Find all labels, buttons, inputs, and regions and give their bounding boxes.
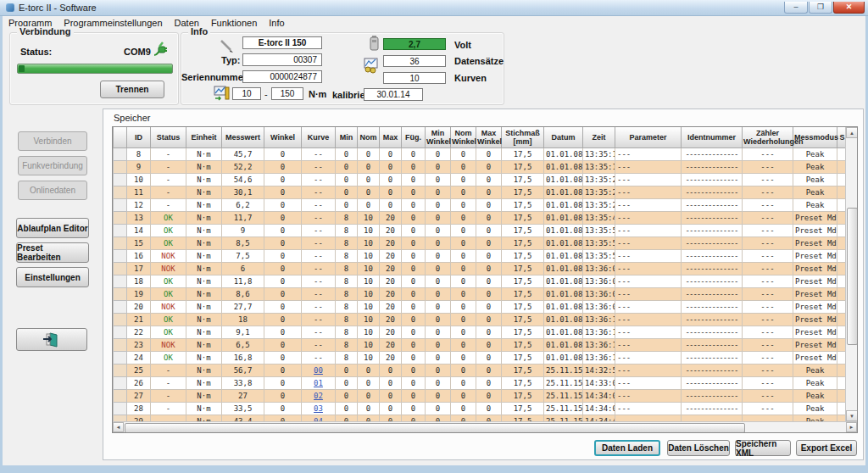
scroll-left-icon[interactable]: ◄ bbox=[113, 422, 124, 432]
exit-button[interactable] bbox=[16, 328, 87, 351]
cell-kurve[interactable]: -- bbox=[302, 212, 336, 225]
cell-messmodus[interactable]: Peak bbox=[793, 364, 837, 377]
cell-messwert[interactable]: 11,7 bbox=[222, 212, 264, 225]
cell-zähler[interactable]: --- bbox=[743, 174, 793, 186]
cell-min[interactable]: 0 bbox=[336, 161, 358, 174]
cell-max[interactable]: 0 bbox=[476, 161, 502, 174]
cell-füg-[interactable]: 0 bbox=[402, 148, 426, 161]
cell-zähler[interactable]: --- bbox=[743, 237, 793, 250]
cell-messwert[interactable]: 30,1 bbox=[222, 186, 264, 199]
cell-datum[interactable]: 01.01.08 bbox=[544, 186, 583, 199]
cell-parameter[interactable]: --- bbox=[615, 263, 682, 275]
cell-parameter[interactable]: --- bbox=[615, 237, 682, 250]
cell-min[interactable]: 0 bbox=[426, 403, 451, 415]
cell-füg-[interactable]: 0 bbox=[402, 288, 426, 301]
row-selector[interactable] bbox=[114, 212, 127, 225]
row-selector[interactable] bbox=[114, 301, 127, 314]
cell-winkel[interactable]: 0 bbox=[264, 288, 302, 301]
cell-nom[interactable]: 10 bbox=[358, 326, 380, 339]
cell-max[interactable]: 0 bbox=[476, 326, 502, 339]
cell-min[interactable]: 8 bbox=[336, 352, 358, 364]
column-header-füg-[interactable]: Füg. bbox=[402, 127, 426, 148]
cell-min[interactable]: 8 bbox=[336, 250, 358, 263]
cell-zähler[interactable]: --- bbox=[743, 161, 793, 174]
cell-min[interactable]: 8 bbox=[336, 326, 358, 339]
cell-min[interactable]: 0 bbox=[426, 326, 451, 339]
cell-identnummer[interactable]: -------------- bbox=[682, 339, 743, 352]
cell-füg-[interactable]: 0 bbox=[402, 403, 426, 415]
scroll-right-icon[interactable]: ► bbox=[846, 422, 857, 432]
cell-status[interactable]: OK bbox=[151, 288, 186, 301]
cell-status[interactable]: OK bbox=[151, 212, 186, 225]
cell-messmodus[interactable]: Peak bbox=[793, 377, 837, 390]
cell-id[interactable]: 17 bbox=[127, 263, 151, 275]
cell-max[interactable]: 20 bbox=[380, 352, 402, 364]
cell-kurve[interactable]: 02 bbox=[302, 390, 336, 403]
cell-messwert[interactable]: 6 bbox=[222, 263, 264, 275]
cell-id[interactable]: 12 bbox=[127, 199, 151, 212]
cell-status[interactable]: NOK bbox=[151, 263, 186, 275]
cell-max[interactable]: 0 bbox=[476, 403, 502, 415]
cell-min[interactable]: 0 bbox=[426, 377, 451, 390]
cell-id[interactable]: 16 bbox=[127, 250, 151, 263]
cell-einheit[interactable]: N·m bbox=[186, 225, 222, 237]
cell-max[interactable]: 0 bbox=[476, 225, 502, 237]
cell-zähler[interactable]: --- bbox=[743, 225, 793, 237]
cell-parameter[interactable]: --- bbox=[615, 212, 682, 225]
cell-identnummer[interactable]: -------------- bbox=[682, 199, 743, 212]
cell-kurve[interactable]: 03 bbox=[302, 403, 336, 415]
column-header-einheit[interactable]: Einheit bbox=[186, 127, 222, 148]
cell-winkel[interactable]: 0 bbox=[264, 377, 302, 390]
horizontal-scrollbar[interactable]: ◄ ► bbox=[113, 421, 857, 432]
kurve-link[interactable]: 03 bbox=[314, 404, 323, 413]
cell-zeit[interactable]: 14:34:03 bbox=[583, 390, 615, 403]
cell-datum[interactable]: 01.01.08 bbox=[544, 237, 583, 250]
cell-zeit[interactable]: 13:36:01 bbox=[583, 263, 615, 275]
cell-messwert[interactable]: 18 bbox=[222, 314, 264, 326]
cell-messwert[interactable]: 33,8 bbox=[222, 377, 264, 390]
cell-max[interactable]: 0 bbox=[476, 339, 502, 352]
cell-nom[interactable]: 0 bbox=[451, 161, 476, 174]
cell-füg-[interactable]: 0 bbox=[402, 263, 426, 275]
cell-zeit[interactable]: 13:36:11 bbox=[583, 314, 615, 326]
cell-messwert[interactable]: 56,7 bbox=[222, 364, 264, 377]
cell-winkel[interactable]: 0 bbox=[264, 326, 302, 339]
cell-min[interactable]: 0 bbox=[426, 250, 451, 263]
sidebar-button-einstellungen[interactable]: Einstellungen bbox=[16, 267, 89, 287]
cell-winkel[interactable]: 0 bbox=[264, 275, 302, 288]
row-selector[interactable] bbox=[114, 275, 127, 288]
cell-max[interactable]: 0 bbox=[380, 186, 402, 199]
cell-id[interactable]: 8 bbox=[127, 148, 151, 161]
cell-id[interactable]: 26 bbox=[127, 377, 151, 390]
cell-kurve[interactable]: -- bbox=[302, 326, 336, 339]
cell-min[interactable]: 8 bbox=[336, 288, 358, 301]
cell-min[interactable]: 0 bbox=[336, 390, 358, 403]
cell-einheit[interactable]: N·m bbox=[186, 161, 222, 174]
cell-nom[interactable]: 0 bbox=[451, 212, 476, 225]
cell-datum[interactable]: 01.01.08 bbox=[544, 148, 583, 161]
cell-max[interactable]: 0 bbox=[476, 314, 502, 326]
cell-messmodus[interactable]: Preset Md bbox=[793, 225, 837, 237]
cell-max[interactable]: 20 bbox=[380, 263, 402, 275]
sidebar-button-preset-bearbeiten[interactable]: Preset Bearbeiten bbox=[16, 242, 89, 263]
cell-stichmaß[interactable]: 17,5 bbox=[502, 237, 544, 250]
cell-nom[interactable]: 10 bbox=[358, 225, 380, 237]
cell-max[interactable]: 0 bbox=[476, 288, 502, 301]
cell-zähler[interactable]: --- bbox=[743, 364, 793, 377]
cell-nom[interactable]: 10 bbox=[358, 352, 380, 364]
cell-kurve[interactable]: -- bbox=[302, 186, 336, 199]
cell-max[interactable]: 0 bbox=[476, 275, 502, 288]
cell-zeit[interactable]: 13:35:24 bbox=[583, 186, 615, 199]
cell-messwert[interactable]: 52,2 bbox=[222, 161, 264, 174]
cell-status[interactable]: OK bbox=[151, 275, 186, 288]
cell-stichmaß[interactable]: 17,5 bbox=[502, 364, 544, 377]
cell-winkel[interactable]: 0 bbox=[264, 174, 302, 186]
cell-kurve[interactable]: -- bbox=[302, 301, 336, 314]
cell-stichmaß[interactable]: 17,5 bbox=[502, 174, 544, 186]
cell-kurve[interactable]: -- bbox=[302, 263, 336, 275]
column-header-id[interactable]: ID bbox=[127, 127, 151, 148]
cell-füg-[interactable]: 0 bbox=[402, 199, 426, 212]
cell-zähler[interactable]: --- bbox=[743, 275, 793, 288]
row-selector[interactable] bbox=[114, 314, 127, 326]
cell-max[interactable]: 0 bbox=[476, 390, 502, 403]
